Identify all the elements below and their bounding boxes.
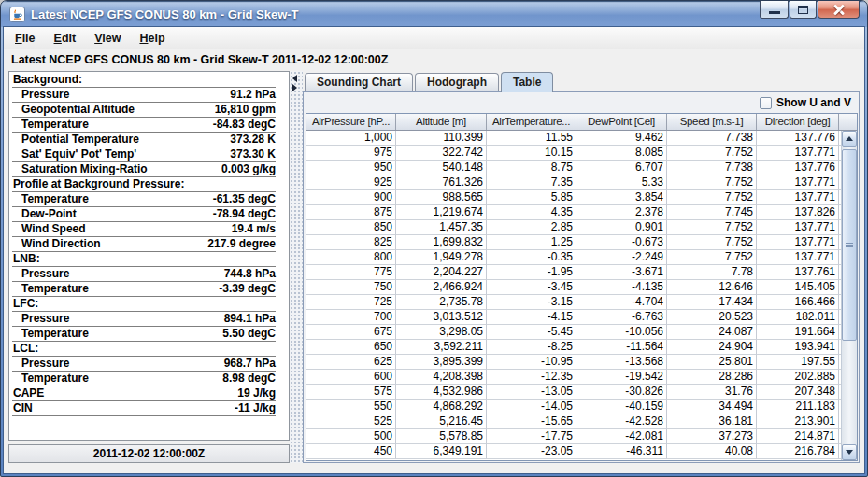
table-row[interactable]: 925761.3267.355.337.752137.771: [306, 175, 841, 190]
table-cell[interactable]: 137.771: [757, 175, 839, 190]
table-cell[interactable]: 11.55: [487, 131, 576, 146]
table-row[interactable]: 7752,204.227-1.95-3.6717.78137.761: [306, 265, 841, 280]
table-cell[interactable]: -42.528: [576, 414, 667, 429]
table-cell[interactable]: 9.462: [576, 131, 667, 146]
table-row[interactable]: 5005,578.85-17.75-42.08137.273214.871: [306, 429, 841, 444]
table-cell[interactable]: 24.904: [667, 340, 757, 355]
tab-hodograph[interactable]: Hodograph: [415, 73, 499, 91]
table-cell[interactable]: 25.801: [667, 355, 757, 370]
table-cell[interactable]: 700: [306, 310, 396, 325]
table-cell[interactable]: 36.181: [667, 414, 757, 429]
table-cell[interactable]: 28.286: [667, 370, 757, 385]
table-cell[interactable]: -3.15: [487, 295, 576, 310]
table-row[interactable]: 5754,532.986-13.05-30.82631.76207.348: [306, 385, 841, 400]
table-cell[interactable]: 540.148: [396, 161, 487, 175]
table-cell[interactable]: 2,204.227: [396, 265, 487, 280]
table-row[interactable]: 6753,298.05-5.45-10.05624.087191.664: [306, 325, 841, 340]
table-cell[interactable]: 3.854: [576, 190, 667, 205]
column-header[interactable]: AirPressure [hP...: [306, 114, 396, 130]
table-cell[interactable]: 625: [306, 355, 396, 370]
table-cell[interactable]: 675: [306, 325, 396, 340]
table-row[interactable]: 5255,216.45-15.65-42.52836.181213.901: [306, 414, 841, 429]
table-cell[interactable]: -17.75: [487, 429, 576, 444]
column-header[interactable]: DewPoint [Cel]: [576, 114, 667, 130]
table-cell[interactable]: 850: [306, 220, 396, 235]
table-cell[interactable]: 17.434: [667, 295, 757, 310]
table-row[interactable]: 4506,349.191-23.05-46.31140.08216.784: [306, 444, 841, 459]
table-cell[interactable]: 166.466: [757, 295, 839, 310]
scroll-up-button[interactable]: [842, 131, 857, 147]
scrollbar-thumb[interactable]: [842, 149, 857, 341]
table-cell[interactable]: -23.05: [487, 444, 576, 459]
column-header[interactable]: Altitude [m]: [396, 114, 487, 130]
table-cell[interactable]: -14.05: [487, 400, 576, 414]
column-header[interactable]: Speed [m.s-1]: [667, 114, 757, 130]
table-cell[interactable]: 24.087: [667, 325, 757, 340]
table-cell[interactable]: 925: [306, 175, 396, 190]
table-cell[interactable]: -10.056: [576, 325, 667, 340]
table-cell[interactable]: 137.771: [757, 220, 839, 235]
collapse-right-icon[interactable]: [292, 84, 297, 91]
table-cell[interactable]: -4.704: [576, 295, 667, 310]
split-divider[interactable]: [290, 71, 303, 463]
table-cell[interactable]: 322.742: [396, 146, 487, 161]
table-cell[interactable]: -30.826: [576, 385, 667, 400]
table-cell[interactable]: 3,895.399: [396, 355, 487, 370]
table-row[interactable]: 975322.74210.158.0857.752137.771: [306, 146, 841, 161]
maximize-button[interactable]: [790, 1, 817, 19]
table-cell[interactable]: 6.707: [576, 161, 667, 175]
table-row[interactable]: 8501,457.352.850.9017.752137.771: [306, 220, 841, 235]
table-cell[interactable]: -13.05: [487, 385, 576, 400]
table-cell[interactable]: 525: [306, 414, 396, 429]
table-cell[interactable]: 2.85: [487, 220, 576, 235]
table-row[interactable]: 7252,735.78-3.15-4.70417.434166.466: [306, 295, 841, 310]
scroll-down-button[interactable]: [842, 444, 857, 460]
table-cell[interactable]: -4.15: [487, 310, 576, 325]
table-cell[interactable]: 450: [306, 444, 396, 459]
menu-view[interactable]: View: [85, 29, 130, 48]
table-cell[interactable]: 4.35: [487, 205, 576, 220]
table-cell[interactable]: 1,949.278: [396, 250, 487, 265]
table-cell[interactable]: -4.135: [576, 280, 667, 295]
table-cell[interactable]: -8.25: [487, 340, 576, 355]
table-cell[interactable]: 500: [306, 429, 396, 444]
table-cell[interactable]: 650: [306, 340, 396, 355]
table-row[interactable]: 8751,219.6744.352.3787.745137.826: [306, 205, 841, 220]
table-cell[interactable]: 800: [306, 250, 396, 265]
table-cell[interactable]: 575: [306, 385, 396, 400]
table-row[interactable]: 7502,466.924-3.45-4.13512.646145.405: [306, 280, 841, 295]
table-cell[interactable]: -0.35: [487, 250, 576, 265]
table-cell[interactable]: -13.568: [576, 355, 667, 370]
show-uv-checkbox[interactable]: [760, 97, 772, 109]
menu-help[interactable]: Help: [130, 29, 174, 48]
table-cell[interactable]: 193.941: [757, 340, 839, 355]
column-header[interactable]: AirTemperature...: [487, 114, 576, 130]
table-cell[interactable]: 775: [306, 265, 396, 280]
table-cell[interactable]: 5.33: [576, 175, 667, 190]
table-cell[interactable]: 2,735.78: [396, 295, 487, 310]
table-cell[interactable]: -5.45: [487, 325, 576, 340]
table-cell[interactable]: 37.273: [667, 429, 757, 444]
table-cell[interactable]: 825: [306, 235, 396, 250]
table-cell[interactable]: 5,216.45: [396, 414, 487, 429]
table-cell[interactable]: 7.752: [667, 146, 757, 161]
table-cell[interactable]: 7.752: [667, 235, 757, 250]
table-row[interactable]: 6004,208.398-12.35-19.54228.286202.885: [306, 370, 841, 385]
table-cell[interactable]: 950: [306, 161, 396, 175]
table-cell[interactable]: 191.664: [757, 325, 839, 340]
table-cell[interactable]: 7.738: [667, 131, 757, 146]
table-cell[interactable]: 7.35: [487, 175, 576, 190]
table-cell[interactable]: 137.771: [757, 250, 839, 265]
table-cell[interactable]: -40.159: [576, 400, 667, 414]
table-cell[interactable]: -6.763: [576, 310, 667, 325]
table-cell[interactable]: 1,699.832: [396, 235, 487, 250]
tab-sounding-chart[interactable]: Sounding Chart: [305, 73, 413, 91]
table-cell[interactable]: 137.776: [757, 161, 839, 175]
table-cell[interactable]: 3,013.512: [396, 310, 487, 325]
table-cell[interactable]: 7.745: [667, 205, 757, 220]
table-row[interactable]: 950540.1488.756.7077.738137.776: [306, 161, 841, 175]
table-cell[interactable]: -15.65: [487, 414, 576, 429]
table-cell[interactable]: 12.646: [667, 280, 757, 295]
table-cell[interactable]: 7.752: [667, 190, 757, 205]
table-cell[interactable]: -0.673: [576, 235, 667, 250]
